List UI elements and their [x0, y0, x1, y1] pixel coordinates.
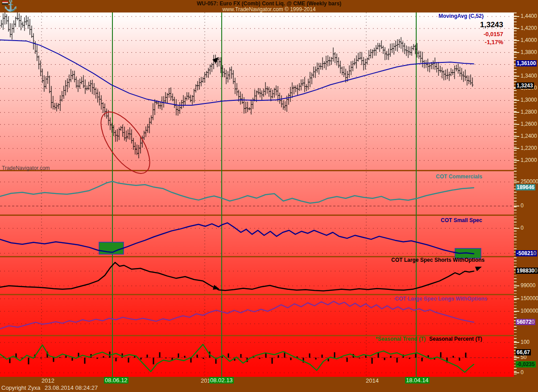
date-axis-label: 2012: [41, 377, 54, 384]
axis-value-badge-shorts: 1988300: [516, 268, 538, 274]
chart-subtitle: www.TradeNavigator.com © 1999-2014: [0, 6, 538, 12]
axis-label-price: 1,2200: [521, 145, 537, 151]
axis-label-longs: 100000: [521, 308, 538, 314]
highlight-boxes[interactable]: [99, 242, 481, 258]
axis-tick: [514, 372, 519, 373]
axis-tick: [514, 298, 519, 299]
legend-cot-small-spec[interactable]: COT Small Spec: [441, 217, 482, 223]
legend-seasonal-trend[interactable]: *Seasonal Trend (T): [376, 336, 426, 342]
cot-small-spec-line[interactable]: [0, 223, 474, 254]
copyright-text: Copyright Zyxa: [1, 384, 40, 391]
price-axis[interactable]: 1,44001,42001,40001,38001,36001,34001,32…: [514, 12, 538, 377]
axis-label-price: 1,3800: [521, 49, 537, 55]
axis-value-badge-small_spec: -508210: [516, 250, 537, 256]
date-highlight-badge: 08.06.12: [104, 377, 128, 384]
axis-label-commercials: 250000: [521, 178, 538, 185]
axis-tick: [514, 16, 519, 17]
axis-value-badge-price: 1,36100: [516, 60, 537, 66]
axis-tick: [514, 28, 519, 29]
chart-plot-area[interactable]: MovingAvg (C,52) COT Commercials COT Sma…: [0, 12, 514, 377]
axis-label-price: 1,3000: [521, 97, 537, 103]
axis-tick: [514, 136, 519, 137]
axis-value-badge-longs: 560720: [516, 319, 535, 325]
axis-label-shorts: 99000: [521, 282, 535, 289]
date-highlight-badge: 08.02.13: [209, 377, 234, 384]
axis-label-seasonal: 100: [521, 339, 530, 345]
axis-label-commercials: 0: [521, 202, 524, 209]
axis-label-small_spec: 0: [521, 225, 524, 231]
axis-label-price: 1,4000: [521, 37, 537, 43]
axis-label-remnant: 0: [534, 268, 538, 274]
seasonal-trend-line[interactable]: [0, 344, 474, 372]
axis-tick: [514, 148, 519, 149]
axis-tick: [514, 40, 519, 41]
axis-tick: [514, 52, 519, 53]
axis-label-remnant: 0: [533, 250, 536, 256]
date-axis[interactable]: 201208.06.1220108.02.13201418.04.14: [0, 377, 538, 384]
axis-tick: [514, 342, 519, 343]
trade-navigator-window: ⚓ WU-057: Euro FX (Comb) Cont Liq. @ CME…: [0, 0, 538, 392]
legend-cot-commercials[interactable]: COT Commercials: [436, 173, 482, 180]
axis-label-price: 1,3400: [521, 73, 537, 79]
axis-tick: [514, 100, 519, 101]
axis-label-price: 1,4400: [521, 13, 537, 19]
legend-seasonal-percent[interactable]: Seasonal Percent (T): [429, 336, 482, 342]
axis-value-badge-commercials: 189646: [516, 184, 535, 190]
axis-value-badge-price: 1,3243: [516, 83, 534, 89]
trend-ellipse-annotation[interactable]: [92, 104, 159, 181]
price-change: -0,0157: [480, 31, 503, 37]
watermark: TradeNavigator.com: [2, 165, 50, 171]
axis-tick: [514, 228, 519, 229]
axis-label-remnant: 0: [531, 319, 534, 325]
axis-tick: [514, 124, 519, 125]
axis-label-price: 1,2600: [521, 121, 537, 127]
axis-label-price: 1,2400: [521, 133, 537, 139]
quote-panel: 1,3243 -0,0157 -1,17%: [480, 21, 503, 45]
axis-label-seasonal: 0: [521, 369, 524, 375]
axis-label-longs: 150000: [521, 295, 538, 301]
date-axis-label: 2014: [366, 377, 379, 384]
axis-tick: [514, 357, 519, 358]
cot-large-spec-longs-line[interactable]: [0, 301, 474, 329]
last-price: 1,3243: [480, 21, 503, 29]
timestamp-text: 23.08.2014 08:24:27: [45, 384, 98, 391]
cot-commercials-line[interactable]: [0, 182, 474, 203]
legend-cot-large-spec-shorts[interactable]: COT Large Spec Shorts WithOptions: [391, 257, 484, 263]
price-change-percent: -1,17%: [480, 39, 503, 45]
axis-tick: [514, 76, 519, 77]
axis-value-badge-seasonal: -0,0235: [516, 361, 536, 367]
price-bars-series[interactable]: [0, 12, 473, 158]
axis-label-price: 1,2800: [521, 109, 537, 115]
axis-tick: [514, 206, 519, 206]
arrow-annotation-3[interactable]: [413, 267, 482, 294]
axis-tick: [514, 311, 519, 312]
arrow-annotation-2[interactable]: [117, 260, 219, 289]
date-highlight-badge: 18.04.14: [405, 377, 430, 384]
legend-cot-large-spec-longs[interactable]: COT Large Spec Longs WithOptions: [395, 296, 487, 302]
axis-label-price: 1,4200: [521, 25, 537, 31]
axis-tick: [514, 112, 519, 113]
axis-tick: [514, 182, 519, 182]
axis-tick: [514, 285, 519, 286]
legend-moving-average[interactable]: MovingAvg (C,52): [439, 13, 484, 19]
axis-value-badge-seasonal: 66,67: [516, 349, 531, 355]
axis-tick: [514, 160, 519, 161]
chart-title-bar: ⚓ WU-057: Euro FX (Comb) Cont Liq. @ CME…: [0, 0, 538, 12]
status-bar: Copyright Zyxa 23.08.2014 08:24:27: [0, 384, 538, 392]
chart-title: WU-057: Euro FX (Comb) Cont Liq. @ CME (…: [0, 0, 538, 7]
cot-large-spec-shorts-line[interactable]: [0, 262, 474, 291]
arrow-annotation-1[interactable]: [113, 57, 219, 161]
chart-canvas[interactable]: [0, 12, 514, 377]
axis-label-price: 1,2000: [521, 157, 537, 163]
